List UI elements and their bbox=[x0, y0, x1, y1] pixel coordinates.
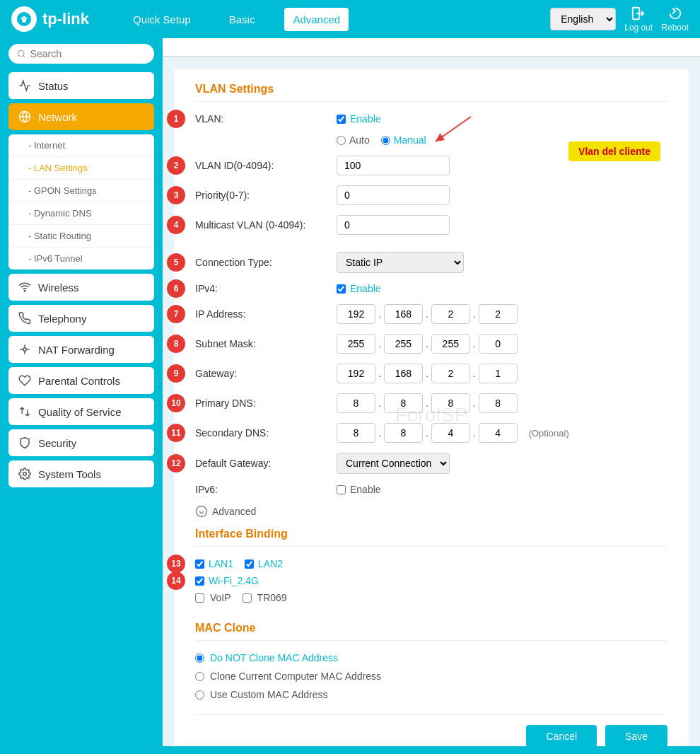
sidebar-sub-internet[interactable]: - Internet bbox=[8, 134, 154, 156]
search-box[interactable] bbox=[8, 44, 154, 64]
mac-current-option[interactable]: Clone Current Computer MAC Address bbox=[195, 671, 667, 682]
mac-clone-section: Do NOT Clone MAC Address Clone Current C… bbox=[195, 652, 667, 700]
mac-no-clone-radio[interactable] bbox=[195, 654, 204, 663]
pdns-c-input[interactable] bbox=[431, 393, 470, 413]
vlan-enable-checkbox-label[interactable]: Enable bbox=[337, 113, 381, 124]
vlan-enable-value: Enable bbox=[337, 113, 667, 124]
save-button[interactable]: Save bbox=[605, 725, 667, 746]
pdns-a-input[interactable] bbox=[337, 393, 375, 413]
sidebar-item-system-tools[interactable]: System Tools bbox=[8, 460, 154, 487]
ipv4-enable-checkbox[interactable] bbox=[337, 284, 346, 294]
nav-quick-setup[interactable]: Quick Setup bbox=[124, 8, 199, 31]
nav-basic[interactable]: Basic bbox=[221, 8, 264, 31]
advanced-toggle[interactable]: Advanced bbox=[195, 505, 667, 518]
mac-custom-option[interactable]: Use Custom MAC Address bbox=[195, 689, 667, 700]
ip-b-input[interactable] bbox=[384, 304, 423, 324]
logout-button[interactable]: Log out bbox=[624, 6, 653, 33]
tab-2[interactable] bbox=[211, 38, 245, 57]
sidebar-item-label-network: Network bbox=[38, 111, 77, 123]
sidebar-sub-ipv6-tunnel[interactable]: - IPv6 Tunnel bbox=[8, 247, 154, 269]
mac-current-radio[interactable] bbox=[195, 672, 204, 681]
nav-advanced[interactable]: Advanced bbox=[284, 8, 349, 31]
vlan-id-input[interactable] bbox=[337, 156, 450, 175]
mac-no-clone-option[interactable]: Do NOT Clone MAC Address bbox=[195, 652, 667, 663]
sidebar-item-qos[interactable]: Quality of Service bbox=[8, 398, 154, 425]
ip-d-input[interactable] bbox=[479, 304, 518, 324]
sidebar-item-network[interactable]: Network bbox=[8, 103, 154, 130]
language-select[interactable]: English Spanish French bbox=[550, 8, 616, 30]
mac-custom-text: Use Custom MAC Address bbox=[210, 689, 328, 700]
radio-manual[interactable] bbox=[381, 136, 390, 145]
connection-type-select[interactable]: Static IP Dynamic IP PPPoE bbox=[337, 252, 464, 273]
sdns-a-input[interactable] bbox=[337, 423, 375, 443]
sidebar-sub-lan-settings[interactable]: - LAN Settings bbox=[8, 156, 154, 179]
sidebar-item-parental[interactable]: Parental Controls bbox=[8, 367, 154, 394]
sdns-c-input[interactable] bbox=[431, 423, 470, 443]
nat-icon bbox=[18, 343, 31, 356]
sidebar-item-wireless[interactable]: Wireless bbox=[8, 274, 154, 301]
vlan-mode-row: Auto Manual bbox=[337, 134, 667, 146]
voip-checkbox[interactable] bbox=[195, 593, 204, 603]
tab-3[interactable] bbox=[245, 38, 279, 57]
pdns-b-input[interactable] bbox=[384, 393, 423, 413]
sm-c-input[interactable] bbox=[431, 334, 470, 354]
chevron-down-circle-icon bbox=[195, 505, 208, 518]
radio-auto-label[interactable]: Auto bbox=[337, 134, 370, 146]
wifi24-checkbox[interactable] bbox=[195, 576, 204, 586]
sidebar-item-nat[interactable]: NAT Forwarding bbox=[8, 336, 154, 363]
sidebar-item-telephony[interactable]: Telephony bbox=[8, 305, 154, 332]
lan2-label[interactable]: LAN2 bbox=[245, 558, 283, 569]
gw-d-input[interactable] bbox=[479, 364, 518, 383]
sm-a-input[interactable] bbox=[337, 334, 375, 354]
sidebar-sub-dynamic-dns[interactable]: - Dynamic DNS bbox=[8, 202, 154, 224]
search-input[interactable] bbox=[30, 48, 146, 59]
reboot-button[interactable]: Reboot bbox=[661, 6, 689, 33]
sidebar-item-security[interactable]: Security bbox=[8, 429, 154, 456]
priority-row: 3 Priority(0-7): bbox=[195, 185, 667, 205]
sidebar-item-label-security: Security bbox=[38, 437, 76, 449]
ipv6-enable-checkbox[interactable] bbox=[337, 485, 346, 494]
sm-d-input[interactable] bbox=[479, 334, 518, 354]
mac-custom-radio[interactable] bbox=[195, 690, 204, 700]
sidebar-item-status[interactable]: Status bbox=[8, 72, 154, 99]
ipv6-enable-label[interactable]: Enable bbox=[337, 484, 381, 495]
pdns-d-input[interactable] bbox=[479, 393, 518, 413]
lan1-label[interactable]: LAN1 bbox=[195, 558, 233, 569]
vlan-enable-checkbox[interactable] bbox=[337, 115, 346, 124]
logo-text: tp-link bbox=[42, 10, 89, 28]
priority-input[interactable] bbox=[337, 185, 450, 205]
ip-c-input[interactable] bbox=[431, 304, 470, 324]
header: tp-link Quick Setup Basic Advanced Engli… bbox=[0, 0, 700, 38]
ipv4-enable-label[interactable]: Enable bbox=[337, 283, 381, 294]
default-gateway-select[interactable]: Current Connection WAN bbox=[337, 453, 450, 474]
ip-a-input[interactable] bbox=[337, 304, 375, 324]
subnet-mask-row: 8 Subnet Mask: . . . bbox=[195, 334, 667, 354]
secondary-dns-group: . . . bbox=[337, 423, 518, 443]
tr069-checkbox[interactable] bbox=[243, 593, 252, 603]
gw-b-input[interactable] bbox=[384, 364, 423, 383]
tr069-label[interactable]: TR069 bbox=[243, 592, 287, 603]
sidebar-sub-static-routing[interactable]: - Static Routing bbox=[8, 224, 154, 247]
multicast-input[interactable] bbox=[337, 215, 450, 235]
step-6: 6 bbox=[167, 279, 185, 298]
subnet-mask-label: Subnet Mask: bbox=[195, 338, 337, 349]
connection-type-value: Static IP Dynamic IP PPPoE bbox=[337, 252, 667, 273]
radio-auto[interactable] bbox=[337, 136, 346, 145]
voip-label[interactable]: VoIP bbox=[195, 592, 231, 603]
tab-1[interactable] bbox=[177, 38, 211, 57]
lan1-checkbox[interactable] bbox=[195, 559, 204, 569]
sm-b-input[interactable] bbox=[384, 334, 423, 354]
sdns-d-input[interactable] bbox=[479, 423, 518, 443]
tr069-text: TR069 bbox=[257, 592, 287, 603]
gw-c-input[interactable] bbox=[431, 364, 470, 383]
gateway-label: Gateway: bbox=[195, 368, 337, 379]
wifi24-label[interactable]: Wi-Fi_2.4G bbox=[195, 575, 259, 586]
logo-icon bbox=[11, 6, 37, 32]
sidebar-sub-gpon[interactable]: - GPON Settings bbox=[8, 179, 154, 202]
lan2-checkbox[interactable] bbox=[245, 559, 254, 569]
gw-a-input[interactable] bbox=[337, 364, 375, 383]
sdns-b-input[interactable] bbox=[384, 423, 423, 443]
mac-clone-title: MAC Clone bbox=[195, 622, 667, 641]
voip-tr069-row: VoIP TR069 bbox=[195, 592, 667, 610]
cancel-button[interactable]: Cancel bbox=[526, 725, 597, 746]
